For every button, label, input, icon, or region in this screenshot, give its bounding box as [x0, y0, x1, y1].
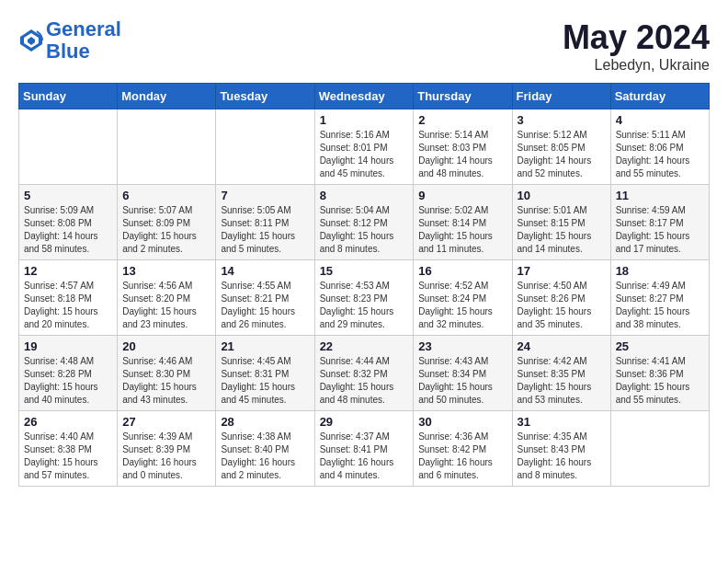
title-block: May 2024 Lebedyn, Ukraine	[563, 18, 710, 74]
day-info: Sunrise: 5:09 AM Sunset: 8:08 PM Dayligh…	[24, 204, 112, 256]
day-info: Sunrise: 4:39 AM Sunset: 8:39 PM Dayligh…	[122, 431, 210, 482]
day-info: Sunrise: 5:02 AM Sunset: 8:14 PM Dayligh…	[418, 204, 506, 256]
weekday-header: Saturday	[610, 84, 709, 109]
day-number: 18	[616, 264, 704, 278]
page-header: General Blue May 2024 Lebedyn, Ukraine	[18, 18, 710, 74]
calendar-cell: 7Sunrise: 5:05 AM Sunset: 8:11 PM Daylig…	[216, 185, 314, 260]
day-info: Sunrise: 4:36 AM Sunset: 8:42 PM Dayligh…	[418, 431, 506, 482]
day-info: Sunrise: 4:52 AM Sunset: 8:24 PM Dayligh…	[418, 280, 506, 331]
calendar-cell: 19Sunrise: 4:48 AM Sunset: 8:28 PM Dayli…	[19, 336, 118, 411]
calendar-cell: 5Sunrise: 5:09 AM Sunset: 8:08 PM Daylig…	[19, 185, 118, 260]
day-info: Sunrise: 4:43 AM Sunset: 8:34 PM Dayligh…	[418, 355, 506, 407]
calendar-cell: 4Sunrise: 5:11 AM Sunset: 8:06 PM Daylig…	[610, 109, 709, 185]
day-info: Sunrise: 4:40 AM Sunset: 8:38 PM Dayligh…	[24, 431, 112, 482]
day-info: Sunrise: 4:53 AM Sunset: 8:23 PM Dayligh…	[320, 280, 409, 331]
day-number: 11	[616, 189, 704, 202]
calendar-cell: 23Sunrise: 4:43 AM Sunset: 8:34 PM Dayli…	[414, 336, 512, 411]
day-number: 5	[24, 189, 112, 202]
calendar-cell	[610, 411, 709, 487]
day-number: 19	[24, 339, 112, 353]
calendar-cell: 25Sunrise: 4:41 AM Sunset: 8:36 PM Dayli…	[610, 336, 709, 411]
calendar-cell: 27Sunrise: 4:39 AM Sunset: 8:39 PM Dayli…	[118, 411, 216, 487]
day-info: Sunrise: 5:01 AM Sunset: 8:15 PM Dayligh…	[518, 204, 606, 256]
day-number: 4	[616, 113, 704, 127]
day-info: Sunrise: 4:55 AM Sunset: 8:21 PM Dayligh…	[221, 280, 309, 331]
calendar-cell: 30Sunrise: 4:36 AM Sunset: 8:42 PM Dayli…	[414, 411, 512, 487]
day-info: Sunrise: 4:44 AM Sunset: 8:32 PM Dayligh…	[320, 355, 409, 407]
month-title: May 2024	[563, 18, 710, 57]
day-number: 16	[418, 264, 506, 278]
weekday-header: Sunday	[19, 84, 118, 109]
day-info: Sunrise: 5:12 AM Sunset: 8:05 PM Dayligh…	[518, 129, 606, 180]
calendar-cell: 21Sunrise: 4:45 AM Sunset: 8:31 PM Dayli…	[216, 336, 314, 411]
day-number: 12	[24, 264, 112, 278]
day-number: 20	[122, 339, 210, 353]
calendar-cell: 1Sunrise: 5:16 AM Sunset: 8:01 PM Daylig…	[314, 109, 414, 185]
day-info: Sunrise: 4:42 AM Sunset: 8:35 PM Dayligh…	[518, 355, 606, 407]
day-number: 1	[320, 113, 409, 127]
day-number: 8	[320, 189, 409, 202]
weekday-header: Tuesday	[216, 84, 314, 109]
day-number: 9	[418, 189, 506, 202]
day-number: 10	[518, 189, 606, 202]
calendar-cell: 18Sunrise: 4:49 AM Sunset: 8:27 PM Dayli…	[610, 260, 709, 336]
day-number: 7	[221, 189, 309, 202]
day-info: Sunrise: 4:50 AM Sunset: 8:26 PM Dayligh…	[518, 280, 606, 331]
day-info: Sunrise: 4:37 AM Sunset: 8:41 PM Dayligh…	[320, 431, 409, 482]
day-info: Sunrise: 4:57 AM Sunset: 8:18 PM Dayligh…	[24, 280, 112, 331]
day-info: Sunrise: 4:45 AM Sunset: 8:31 PM Dayligh…	[221, 355, 309, 407]
weekday-header: Friday	[512, 84, 610, 109]
calendar-cell: 20Sunrise: 4:46 AM Sunset: 8:30 PM Dayli…	[118, 336, 216, 411]
calendar-cell: 29Sunrise: 4:37 AM Sunset: 8:41 PM Dayli…	[314, 411, 414, 487]
day-number: 2	[418, 113, 506, 127]
calendar-table: SundayMondayTuesdayWednesdayThursdayFrid…	[18, 83, 710, 487]
day-number: 27	[122, 415, 210, 429]
calendar-cell: 6Sunrise: 5:07 AM Sunset: 8:09 PM Daylig…	[118, 185, 216, 260]
calendar-cell: 16Sunrise: 4:52 AM Sunset: 8:24 PM Dayli…	[414, 260, 512, 336]
calendar-cell: 24Sunrise: 4:42 AM Sunset: 8:35 PM Dayli…	[512, 336, 610, 411]
day-number: 30	[418, 415, 506, 429]
day-info: Sunrise: 5:04 AM Sunset: 8:12 PM Dayligh…	[320, 204, 409, 256]
day-info: Sunrise: 5:14 AM Sunset: 8:03 PM Dayligh…	[418, 129, 506, 180]
day-number: 31	[518, 415, 606, 429]
day-info: Sunrise: 4:56 AM Sunset: 8:20 PM Dayligh…	[122, 280, 210, 331]
calendar-cell	[118, 109, 216, 185]
day-number: 22	[320, 339, 409, 353]
day-info: Sunrise: 4:48 AM Sunset: 8:28 PM Dayligh…	[24, 355, 112, 407]
logo-icon	[18, 28, 44, 53]
calendar-cell: 9Sunrise: 5:02 AM Sunset: 8:14 PM Daylig…	[414, 185, 512, 260]
calendar-header: SundayMondayTuesdayWednesdayThursdayFrid…	[19, 84, 710, 109]
day-number: 25	[616, 339, 704, 353]
day-number: 24	[518, 339, 606, 353]
weekday-header: Wednesday	[314, 84, 414, 109]
weekday-header: Monday	[118, 84, 216, 109]
day-info: Sunrise: 4:38 AM Sunset: 8:40 PM Dayligh…	[221, 431, 309, 482]
calendar-cell	[19, 109, 118, 185]
day-info: Sunrise: 5:16 AM Sunset: 8:01 PM Dayligh…	[320, 129, 409, 180]
calendar-cell: 31Sunrise: 4:35 AM Sunset: 8:43 PM Dayli…	[512, 411, 610, 487]
calendar-cell: 14Sunrise: 4:55 AM Sunset: 8:21 PM Dayli…	[216, 260, 314, 336]
day-info: Sunrise: 4:35 AM Sunset: 8:43 PM Dayligh…	[518, 431, 606, 482]
day-number: 28	[221, 415, 309, 429]
location: Lebedyn, Ukraine	[563, 57, 710, 74]
calendar-cell: 22Sunrise: 4:44 AM Sunset: 8:32 PM Dayli…	[314, 336, 414, 411]
day-info: Sunrise: 4:59 AM Sunset: 8:17 PM Dayligh…	[616, 204, 704, 256]
calendar-cell: 15Sunrise: 4:53 AM Sunset: 8:23 PM Dayli…	[314, 260, 414, 336]
calendar-cell: 26Sunrise: 4:40 AM Sunset: 8:38 PM Dayli…	[19, 411, 118, 487]
logo: General Blue	[18, 18, 121, 63]
day-info: Sunrise: 4:49 AM Sunset: 8:27 PM Dayligh…	[616, 280, 704, 331]
calendar-cell: 8Sunrise: 5:04 AM Sunset: 8:12 PM Daylig…	[314, 185, 414, 260]
calendar-cell: 2Sunrise: 5:14 AM Sunset: 8:03 PM Daylig…	[414, 109, 512, 185]
day-number: 3	[518, 113, 606, 127]
calendar-cell	[216, 109, 314, 185]
day-number: 23	[418, 339, 506, 353]
calendar-cell: 12Sunrise: 4:57 AM Sunset: 8:18 PM Dayli…	[19, 260, 118, 336]
calendar-cell: 17Sunrise: 4:50 AM Sunset: 8:26 PM Dayli…	[512, 260, 610, 336]
day-number: 21	[221, 339, 309, 353]
day-number: 29	[320, 415, 409, 429]
day-number: 15	[320, 264, 409, 278]
calendar-cell: 11Sunrise: 4:59 AM Sunset: 8:17 PM Dayli…	[610, 185, 709, 260]
day-number: 26	[24, 415, 112, 429]
day-number: 13	[122, 264, 210, 278]
day-number: 14	[221, 264, 309, 278]
